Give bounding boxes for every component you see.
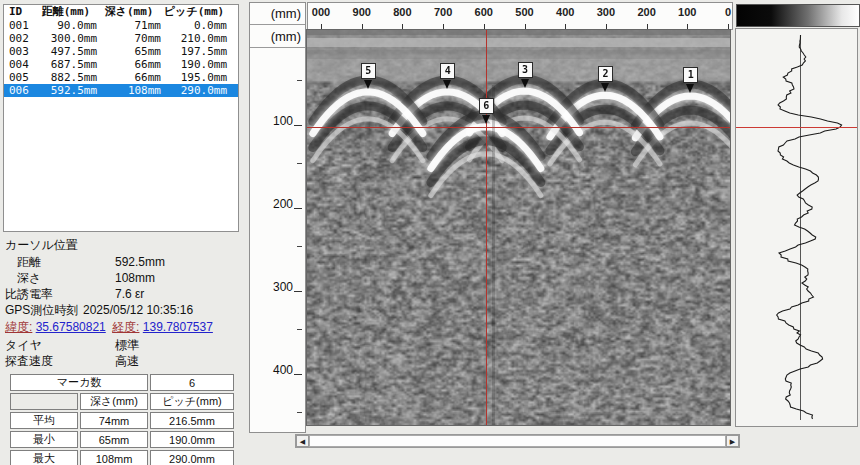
scan-speed-line: 探査速度 高速: [5, 354, 235, 368]
marker-table-header-cell: ピッチ(mm): [161, 5, 227, 19]
top-axis-tick-label: 800: [393, 6, 411, 18]
marker-table-row[interactable]: 005882.5mm66mm195.0mm: [4, 71, 238, 84]
marker-table-header-cell: ID: [4, 5, 35, 19]
top-axis-tick-label: 300: [597, 6, 615, 18]
marker-pitch-cell: 0.0mm: [161, 19, 227, 32]
scrollbar-left-arrow-icon[interactable]: ◀: [296, 435, 309, 447]
marker-table-header: ID距離(mm)深さ(mm)ピッチ(mm): [4, 5, 238, 19]
stats-row: 最大108mm290.0mm: [10, 450, 234, 465]
marker-pitch-cell: 190.0mm: [161, 58, 227, 71]
latitude-label[interactable]: 緯度:: [5, 320, 32, 334]
marker-depth-cell: 66mm: [97, 58, 161, 71]
marker-flag-pointer-icon[interactable]: [686, 84, 694, 93]
stats-depth-value: 108mm: [80, 450, 148, 465]
marker-flag-pointer-icon[interactable]: [443, 80, 451, 89]
tire-value: 標準: [115, 338, 139, 352]
marker-count-row: マーカ数 6: [10, 374, 234, 391]
marker-flag[interactable]: 4: [440, 63, 455, 79]
marker-flag-pointer-icon[interactable]: [601, 83, 609, 92]
marker-pitch-cell: 195.0mm: [161, 71, 227, 84]
cursor-info-row-value: 592.5mm: [115, 255, 165, 269]
stats-pitch-value: 290.0mm: [150, 450, 234, 465]
cursor-info-row-label: 比誘電率: [5, 287, 53, 301]
stats-pitch-value: 216.5mm: [150, 412, 234, 429]
cursor-info-row-label: 深さ: [17, 271, 41, 285]
marker-id-cell: 001: [4, 19, 35, 32]
marker-pitch-cell: 210.0mm: [161, 32, 227, 45]
longitude-value[interactable]: 139.7807537: [143, 320, 213, 334]
marker-list-panel: ID距離(mm)深さ(mm)ピッチ(mm) 00190.0mm71mm0.0mm…: [3, 4, 239, 232]
stats-row: 最小65mm190.0mm: [10, 431, 234, 448]
longitude-label[interactable]: 経度:: [112, 320, 139, 334]
cursor-info-row: 比誘電率7.6 εr: [5, 287, 235, 301]
marker-depth-cell: 65mm: [97, 45, 161, 58]
depth-tick-mark: [294, 374, 302, 375]
gps-time-line: GPS測位時刻 2025/05/12 10:35:16: [5, 303, 235, 317]
top-axis-tick-label: 500: [515, 6, 533, 18]
marker-table-row[interactable]: 002300.0mm70mm210.0mm: [4, 32, 238, 45]
ascan-waveform-panel: [735, 28, 858, 427]
top-axis-tick-label: 400: [556, 6, 574, 18]
stats-header-empty-cell: [10, 393, 78, 410]
scrollbar-thumb[interactable]: [309, 435, 726, 447]
stats-header-pitch: ピッチ(mm): [150, 393, 234, 410]
stats-row-label: 平均: [10, 412, 78, 429]
tire-line: タイヤ 標準: [5, 338, 235, 352]
distance-axis: 0009008007006005004003002001000: [307, 2, 733, 30]
top-axis-tick-label: 000: [312, 6, 330, 18]
marker-flag[interactable]: 6: [479, 98, 494, 114]
gpr-scan-app-window: ID距離(mm)深さ(mm)ピッチ(mm) 00190.0mm71mm0.0mm…: [0, 0, 860, 465]
marker-depth-cell: 66mm: [97, 71, 161, 84]
marker-flag-pointer-icon[interactable]: [364, 80, 372, 89]
depth-tick-mark: [294, 208, 302, 209]
cursor-info-row-value: 108mm: [115, 271, 155, 285]
top-axis-unit-label: (mm): [250, 3, 305, 25]
marker-table-row[interactable]: 00190.0mm71mm0.0mm: [4, 19, 238, 32]
marker-distance-cell: 497.5mm: [35, 45, 97, 58]
stats-header-depth: 深さ(mm): [80, 393, 148, 410]
gps-coordinates-link[interactable]: 緯度: 35.67580821 経度: 139.7807537: [5, 320, 235, 334]
marker-table-row[interactable]: 003497.5mm65mm197.5mm: [4, 45, 238, 58]
cursor-info-row: 深さ108mm: [5, 271, 235, 285]
marker-table-body: 00190.0mm71mm0.0mm002300.0mm70mm210.0mm0…: [4, 19, 238, 97]
top-axis-tick-label: 200: [637, 6, 655, 18]
depth-tick-mark: [294, 125, 302, 126]
marker-id-cell: 002: [4, 32, 35, 45]
horizontal-scrollbar[interactable]: ◀ ▶: [295, 434, 740, 448]
stats-depth-value: 74mm: [80, 412, 148, 429]
scan-speed-value: 高速: [115, 354, 139, 368]
depth-minor-tick-mark: [297, 163, 302, 164]
marker-flag[interactable]: 5: [361, 63, 376, 79]
stats-row: 平均74mm216.5mm: [10, 412, 234, 429]
marker-distance-cell: 687.5mm: [35, 58, 97, 71]
marker-depth-cell: 71mm: [97, 19, 161, 32]
scan-speed-label: 探査速度: [5, 354, 53, 368]
marker-distance-cell: 300.0mm: [35, 32, 97, 45]
marker-distance-cell: 882.5mm: [35, 71, 97, 84]
top-axis-tick-label: 0: [725, 6, 731, 18]
cursor-info-row-value: 7.6 εr: [115, 287, 144, 301]
scrollbar-right-arrow-icon[interactable]: ▶: [726, 435, 739, 447]
marker-pitch-cell: 197.5mm: [161, 45, 227, 58]
stats-row-label: 最小: [10, 431, 78, 448]
marker-flag[interactable]: 3: [518, 62, 533, 78]
grayscale-colorbar: [736, 4, 860, 27]
marker-table-row[interactable]: 004687.5mm66mm190.0mm: [4, 58, 238, 71]
latitude-value[interactable]: 35.67580821: [36, 320, 106, 334]
marker-flag[interactable]: 2: [598, 66, 613, 82]
marker-flag[interactable]: 1: [683, 67, 698, 83]
radar-bscan-canvas[interactable]: [307, 30, 730, 425]
marker-table-row[interactable]: 006592.5mm108mm290.0mm: [4, 84, 238, 97]
marker-flag-pointer-icon[interactable]: [482, 115, 490, 124]
stats-pitch-value: 190.0mm: [150, 431, 234, 448]
marker-flag-pointer-icon[interactable]: [521, 79, 529, 88]
stats-row-label: 最大: [10, 450, 78, 465]
depth-minor-tick-mark: [297, 329, 302, 330]
depth-tick-label: 100: [273, 114, 293, 128]
marker-count-label: マーカ数: [10, 374, 148, 391]
depth-tick-label: 300: [273, 280, 293, 294]
cursor-info-row: 距離592.5mm: [5, 255, 235, 269]
gps-time-value: 2025/05/12 10:35:16: [83, 303, 193, 317]
tire-label: タイヤ: [5, 338, 42, 352]
marker-id-cell: 004: [4, 58, 35, 71]
